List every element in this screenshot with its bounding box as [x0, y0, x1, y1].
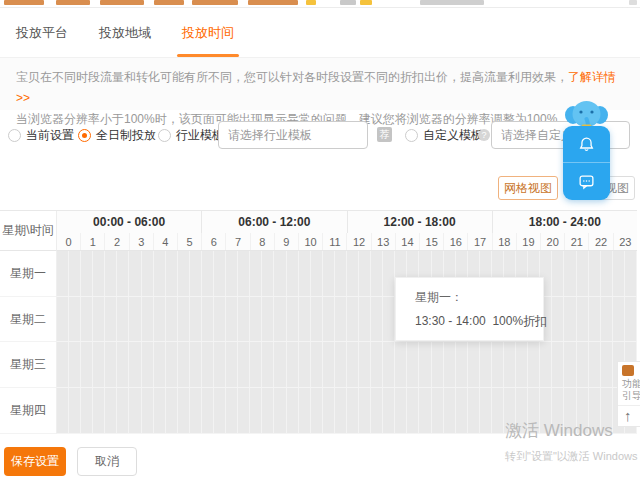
hour-label: 8	[250, 233, 274, 250]
schedule-row: 星期四	[0, 388, 637, 434]
guide-icon	[622, 365, 634, 376]
radio-icon	[405, 129, 418, 142]
radio-label: 全日制投放	[96, 127, 156, 144]
hour-label: 9	[274, 233, 298, 250]
hour-label: 17	[467, 233, 491, 250]
toolbar-fragment	[340, 0, 356, 5]
hour-label: 2	[104, 233, 128, 250]
hour-label: 5	[177, 233, 201, 250]
corner-label: 星期\时间	[0, 211, 57, 251]
hour-label: 1	[80, 233, 104, 250]
hour-label: 6	[201, 233, 225, 250]
hour-label: 14	[395, 233, 419, 250]
feature-guide-button[interactable]: 功能 引导	[618, 362, 640, 402]
hour-label: 21	[564, 233, 588, 250]
toolbar-fragment	[192, 0, 238, 5]
toolbar-fragment	[56, 0, 90, 5]
radio-icon	[158, 129, 171, 142]
schedule-tooltip: 星期一： 13:30 - 14:00 100%折扣	[395, 277, 544, 341]
tab-item[interactable]: 投放时间	[182, 8, 234, 57]
hour-label: 0	[57, 233, 80, 250]
schedule-cells[interactable]	[57, 251, 637, 297]
time-range-row: 00:00 - 06:0006:00 - 12:0012:00 - 18:001…	[57, 211, 637, 233]
toolbar-fragment	[248, 0, 298, 5]
hour-label: 15	[419, 233, 443, 250]
toolbar-fragment	[154, 0, 184, 5]
help-icon[interactable]: ?	[478, 129, 490, 141]
schedule-cells[interactable]	[57, 297, 637, 343]
assistant-widget	[562, 99, 611, 201]
time-range-label: 06:00 - 12:00	[201, 211, 346, 233]
cropped-browser-toolbar	[0, 0, 640, 8]
tooltip-day: 星期一：	[415, 289, 543, 306]
schedule-row: 星期三	[0, 342, 637, 388]
watermark-line2: 转到"设置"以激活 Windows	[505, 449, 638, 464]
hour-label: 18	[492, 233, 516, 250]
time-range-label: 12:00 - 18:00	[347, 211, 492, 233]
schedule-header: 星期\时间 00:00 - 06:0006:00 - 12:0012:00 - …	[0, 210, 637, 251]
hour-row: 01234567891011121314151617181920212223	[57, 233, 637, 251]
time-range-label: 00:00 - 06:00	[57, 211, 201, 233]
assistant-panel	[563, 126, 610, 200]
hour-label: 3	[129, 233, 153, 250]
hour-label: 20	[540, 233, 564, 250]
tooltip-detail: 13:30 - 14:00 100%折扣	[415, 313, 543, 330]
radio-icon	[8, 129, 21, 142]
radio-current-settings[interactable]: 当前设置	[8, 127, 74, 144]
hour-label: 23	[613, 233, 637, 250]
time-range-label: 18:00 - 24:00	[492, 211, 637, 233]
hour-label: 19	[516, 233, 540, 250]
schedule-cells[interactable]	[57, 388, 637, 434]
day-label: 星期一	[0, 251, 57, 297]
hour-label: 12	[346, 233, 370, 250]
radio-label: 当前设置	[26, 127, 74, 144]
toolbar-fragment	[306, 0, 316, 5]
schedule-header-right: 00:00 - 06:0006:00 - 12:0012:00 - 18:001…	[57, 211, 637, 251]
tab-item[interactable]: 投放平台	[16, 8, 68, 57]
toolbar-fragment	[100, 0, 144, 5]
schedule-cells[interactable]	[57, 342, 637, 388]
notifications-bell-button[interactable]	[563, 126, 610, 162]
hour-label: 7	[225, 233, 249, 250]
hour-label: 10	[298, 233, 322, 250]
notice-line1: 宝贝在不同时段流量和转化可能有所不同，您可以针对各时段设置不同的折扣出价，提高流…	[16, 67, 624, 109]
schedule-settings-dialog: × 投放平台投放地域投放时间 宝贝在不同时段流量和转化可能有所不同，您可以针对各…	[0, 0, 640, 478]
chat-message-button[interactable]	[563, 162, 610, 200]
toolbar-fragment	[4, 0, 44, 5]
radio-selected-icon	[78, 129, 91, 142]
grid-view-button[interactable]: 网格视图	[498, 176, 558, 200]
recommend-badge-icon: 荐	[377, 127, 392, 142]
chat-icon	[578, 173, 595, 190]
radio-industry-template[interactable]: 行业模板:	[158, 127, 227, 144]
day-label: 星期三	[0, 342, 57, 388]
back-to-top-button[interactable]: ↑	[618, 406, 640, 426]
hour-label: 22	[588, 233, 612, 250]
toolbar-fragment	[360, 0, 372, 5]
bell-icon	[578, 136, 595, 153]
tab-bar: 投放平台投放地域投放时间	[0, 8, 640, 58]
save-settings-button[interactable]: 保存设置	[4, 447, 66, 476]
hour-label: 11	[322, 233, 346, 250]
day-label: 星期二	[0, 297, 57, 343]
industry-template-select[interactable]: 请选择行业模板	[218, 121, 368, 149]
hour-label: 4	[153, 233, 177, 250]
guide-label-top: 功能	[622, 378, 640, 390]
notice-line1-text: 宝贝在不同时段流量和转化可能有所不同，您可以针对各时段设置不同的折扣出价，提高流…	[16, 70, 568, 84]
guide-label-bottom: 引导	[622, 390, 640, 402]
radio-label: 自定义模板:	[423, 127, 486, 144]
tab-item[interactable]: 投放地域	[99, 8, 151, 57]
cancel-button[interactable]: 取消	[77, 447, 137, 476]
notice-area: 宝贝在不同时段流量和转化可能有所不同，您可以针对各时段设置不同的折扣出价，提高流…	[0, 58, 640, 110]
radio-custom-template[interactable]: 自定义模板:	[405, 127, 486, 144]
feature-guide-panel: 功能 引导 ↑	[617, 361, 640, 427]
hour-label: 13	[371, 233, 395, 250]
toolbar-fragment	[420, 0, 484, 5]
day-label: 星期四	[0, 388, 57, 434]
schedule-mode-options: 当前设置 全日制投放 行业模板: 请选择行业模板 荐 自定义模板: ? 请选择自…	[0, 120, 640, 152]
hour-label: 16	[443, 233, 467, 250]
radio-fulltime[interactable]: 全日制投放	[78, 127, 156, 144]
